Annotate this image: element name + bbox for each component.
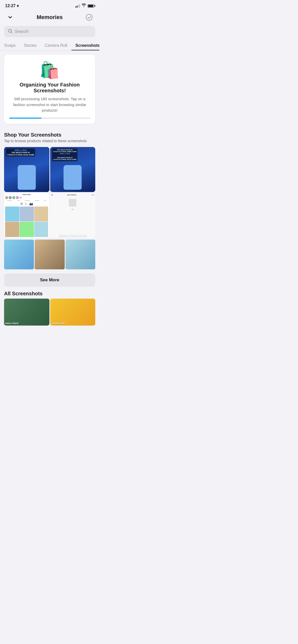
mosaic-item-1[interactable] bbox=[4, 240, 34, 269]
tab-screenshots[interactable]: Screenshots bbox=[71, 41, 99, 50]
search-bar[interactable]: Search bbox=[4, 26, 95, 37]
shop-screenshots-grid: APRIL 2, 2022: UNC BEATS DUKE INCOACH K'… bbox=[0, 147, 99, 192]
status-bar: 12:27 bbox=[0, 0, 99, 10]
search-placeholder: Search bbox=[15, 29, 29, 34]
yummy-stuff-label: yummy stuff bbox=[51, 322, 65, 325]
all-screenshots-header: All Screenshots bbox=[0, 287, 99, 299]
bottom-mosaic-grid bbox=[0, 239, 99, 269]
screenshot-collection[interactable]: ◀ New Collection Save frogs q w e r t y … bbox=[50, 193, 96, 238]
tab-snaps[interactable]: Snaps bbox=[0, 41, 20, 50]
time-text: 12:27 bbox=[5, 4, 16, 8]
wifi-icon bbox=[82, 4, 86, 8]
search-container: Search bbox=[0, 26, 99, 41]
mosaic-item-2[interactable] bbox=[35, 240, 64, 269]
all-screenshots-grid: swiss chard yummy stuff bbox=[0, 299, 99, 326]
all-screenshots-title: All Screenshots bbox=[4, 291, 95, 297]
chevron-down-icon bbox=[7, 14, 13, 20]
status-icons bbox=[75, 4, 94, 8]
fashion-card-title: Organizing Your Fashion Screenshots! bbox=[9, 82, 90, 94]
mosaic-item-3[interactable] bbox=[65, 240, 95, 269]
select-button[interactable] bbox=[84, 12, 94, 22]
screenshot-yummy-stuff[interactable]: yummy stuff bbox=[50, 299, 96, 326]
processing-progress-bar bbox=[9, 118, 90, 119]
checkmark-circle-icon bbox=[85, 13, 93, 21]
page-title: Memories bbox=[37, 14, 63, 21]
svg-point-0 bbox=[86, 14, 92, 20]
collection-image: ◀ New Collection Save frogs q w e r t y … bbox=[50, 193, 96, 238]
screenshot-swiss-chard[interactable]: swiss chard bbox=[4, 299, 49, 326]
screenshot-badge: APRIL 2, 2022: UNC BEATS DUKE INCOACH K'… bbox=[6, 149, 35, 156]
shop-section-header: Shop Your Screenshots Tap to browse prod… bbox=[0, 128, 99, 144]
fashion-organizing-card: 🛍️ Organizing Your Fashion Screenshots! … bbox=[4, 55, 95, 124]
shop-section-subtitle: Tap to browse products related to these … bbox=[4, 139, 95, 143]
fashion-card-description: Still processing 180 screenshots. Tap on… bbox=[9, 96, 90, 113]
screenshot-basketball-left[interactable]: APRIL 2, 2022: UNC BEATS DUKE INCOACH K'… bbox=[4, 147, 49, 192]
shop-screenshots-grid-row2: Edit Profile + greensboro travels wilmin… bbox=[0, 193, 99, 238]
screenshot-badge-right: UNC BEATS DUKE INCOACH K'S FINAL HOME GA… bbox=[52, 149, 78, 162]
see-more-button[interactable]: See More bbox=[4, 273, 95, 287]
battery-icon bbox=[88, 4, 94, 8]
tab-camera-roll[interactable]: Camera Roll bbox=[40, 41, 71, 50]
back-button[interactable] bbox=[5, 12, 15, 22]
shop-section-title: Shop Your Screenshots bbox=[4, 132, 95, 138]
screenshot-profile[interactable]: Edit Profile + greensboro travels wilmin… bbox=[4, 193, 49, 238]
status-time: 12:27 bbox=[5, 4, 19, 8]
signal-icon bbox=[75, 4, 80, 8]
profile-image: Edit Profile + greensboro travels wilmin… bbox=[4, 193, 49, 238]
progress-fill bbox=[9, 118, 42, 119]
shopping-figure-icon: 🛍️ bbox=[9, 61, 90, 80]
swiss-chard-label: swiss chard bbox=[5, 322, 18, 325]
header: Memories bbox=[0, 10, 99, 26]
tab-stories[interactable]: Stories bbox=[20, 41, 40, 50]
search-icon bbox=[8, 28, 13, 35]
location-icon bbox=[17, 4, 19, 7]
screenshot-basketball-right[interactable]: UNC BEATS DUKE INCOACH K'S FINAL HOME GA… bbox=[50, 147, 96, 192]
tabs-nav: Snaps Stories Camera Roll Screenshots My bbox=[0, 41, 99, 51]
